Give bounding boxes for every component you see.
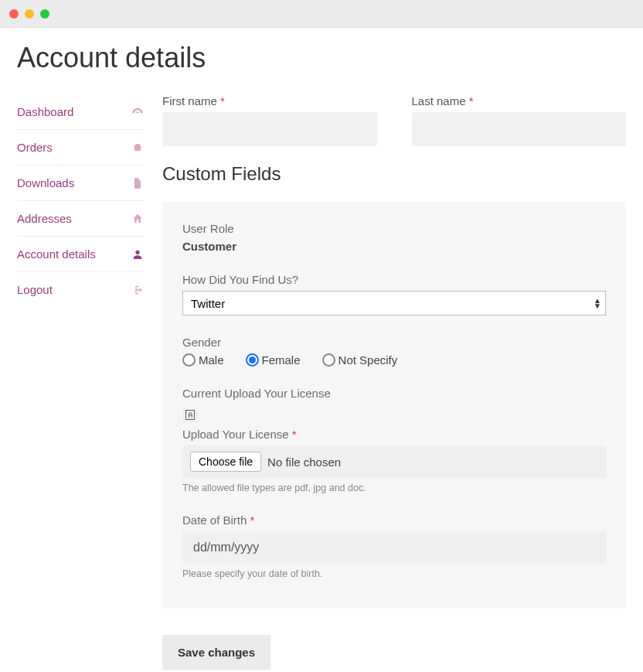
gender-options: Male Female Not Specify (182, 353, 606, 367)
account-sidebar: Dashboard Orders Downloads (17, 94, 144, 670)
sidebar-item-downloads[interactable]: Downloads (17, 165, 144, 201)
home-icon (131, 213, 144, 225)
window-minimize-dot[interactable] (25, 9, 34, 19)
sidebar-item-label: Account details (17, 247, 96, 261)
user-role-label: User Role (182, 222, 606, 235)
user-role-block: User Role Customer (182, 222, 606, 253)
first-name-field: First name * (162, 94, 377, 146)
user-role-value: Customer (182, 240, 606, 253)
label-text: Last name (412, 94, 466, 107)
first-name-label: First name * (162, 94, 377, 107)
label-text: Date of Birth (182, 513, 247, 527)
sidebar-item-logout[interactable]: Logout (17, 272, 144, 307)
name-row: First name * Last name * (162, 94, 626, 146)
gender-option-male[interactable]: Male (182, 353, 224, 367)
sidebar-item-label: Downloads (17, 176, 74, 189)
logout-icon (131, 284, 144, 296)
window-maximize-dot[interactable] (40, 9, 49, 19)
first-name-input[interactable] (162, 112, 377, 146)
sidebar-item-label: Dashboard (17, 105, 73, 118)
file-input-row: Choose file No file chosen (182, 445, 606, 478)
upload-block: Current Upload Your License 🄰 Upload You… (182, 387, 606, 493)
last-name-field: Last name * (412, 94, 627, 146)
layout-row: Dashboard Orders Downloads (17, 94, 626, 670)
sidebar-item-label: Orders (17, 141, 53, 154)
find-us-select[interactable]: Twitter (182, 291, 606, 316)
window-close-dot[interactable] (9, 9, 19, 19)
radio-icon (246, 353, 259, 367)
required-mark: * (250, 513, 255, 527)
gauge-icon (131, 106, 144, 118)
file-status-text: No file chosen (267, 455, 341, 469)
radio-icon (322, 353, 335, 367)
upload-label: Upload Your License * (182, 428, 606, 441)
choose-file-button[interactable]: Choose file (190, 452, 261, 472)
radio-label: Not Specify (339, 353, 398, 367)
radio-icon (182, 353, 196, 367)
required-mark: * (469, 94, 474, 107)
find-us-block: How Did You Find Us? Twitter ▲▼ (182, 273, 606, 316)
basket-icon (131, 142, 144, 154)
user-icon (131, 248, 144, 261)
dob-input[interactable]: dd/mm/yyyy (182, 531, 606, 564)
gender-option-female[interactable]: Female (246, 353, 301, 367)
sidebar-item-account-details[interactable]: Account details (17, 237, 144, 272)
gender-option-not-specify[interactable]: Not Specify (322, 353, 398, 367)
content-area: Account details Dashboard Orders Downloa… (0, 28, 643, 672)
label-text: First name (162, 94, 217, 107)
sidebar-item-addresses[interactable]: Addresses (17, 201, 144, 237)
file-icon (131, 177, 144, 189)
custom-fields-heading: Custom Fields (162, 163, 626, 185)
sidebar-item-dashboard[interactable]: Dashboard (17, 94, 144, 130)
main-panel: First name * Last name * Custom Fields (162, 94, 626, 670)
dob-label: Date of Birth * (182, 513, 606, 527)
radio-label: Female (262, 353, 301, 367)
license-thumbnail-icon[interactable]: 🄰 (182, 408, 198, 423)
dob-hint: Please specify your date of birth. (182, 568, 606, 579)
label-text: Upload Your License (182, 428, 289, 441)
last-name-label: Last name * (412, 94, 627, 107)
app-window: Account details Dashboard Orders Downloa… (0, 0, 643, 672)
find-us-label: How Did You Find Us? (182, 273, 606, 286)
required-mark: * (220, 94, 225, 107)
save-changes-button[interactable]: Save changes (162, 635, 270, 670)
gender-block: Gender Male Female (182, 336, 606, 367)
find-us-select-wrap: Twitter ▲▼ (182, 291, 606, 316)
svg-point-0 (135, 250, 139, 254)
custom-fields-panel: User Role Customer How Did You Find Us? … (162, 202, 626, 609)
sidebar-item-label: Addresses (17, 212, 72, 225)
upload-hint: The allowed file types are pdf, jpg and … (182, 483, 606, 493)
radio-label: Male (199, 353, 224, 367)
sidebar-item-label: Logout (17, 283, 53, 296)
gender-label: Gender (182, 336, 606, 349)
page-title: Account details (17, 42, 626, 74)
last-name-input[interactable] (412, 112, 627, 146)
sidebar-item-orders[interactable]: Orders (17, 130, 144, 165)
dob-block: Date of Birth * dd/mm/yyyy Please specif… (182, 513, 606, 579)
required-mark: * (292, 428, 297, 441)
current-upload-label: Current Upload Your License (182, 387, 606, 400)
titlebar (0, 0, 643, 28)
